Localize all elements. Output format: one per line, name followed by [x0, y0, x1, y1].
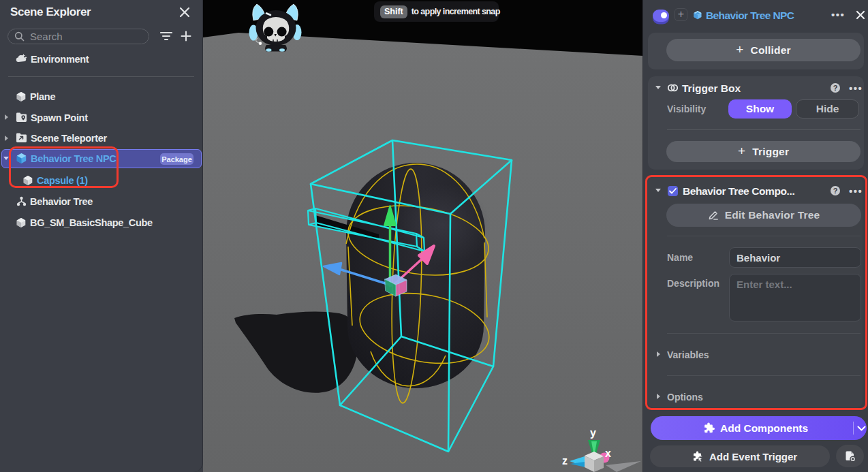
svg-text:y: y — [590, 427, 596, 439]
svg-text:z: z — [562, 455, 568, 467]
svg-text:x: x — [605, 447, 611, 459]
